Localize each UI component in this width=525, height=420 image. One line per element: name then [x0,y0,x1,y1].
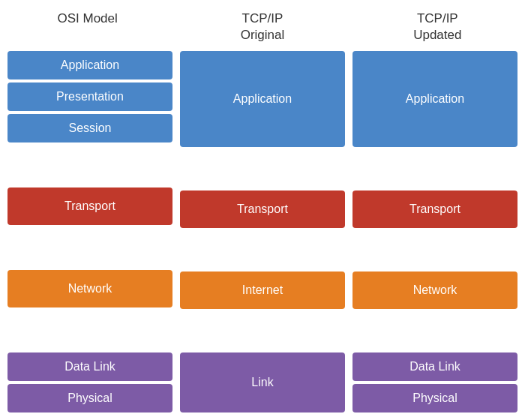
osi-app-group: Application Presentation Session [8,51,172,142]
tcpip-upd-physical-layer: Physical [352,384,518,412]
header-tcpip-original: TCP/IP Original [175,10,350,44]
tcpip-upd-link-group: Data Link Physical [352,352,518,412]
header-osi: OSI Model [0,10,175,44]
tcpip-updated-column: Application Transport Network Data Link … [352,51,518,412]
osi-link-group: Data Link Physical [8,352,172,412]
tcpip-orig-transport-layer: Transport [180,190,345,228]
tcpip-upd-datalink-layer: Data Link [352,352,518,381]
osi-session-layer: Session [8,114,172,142]
tcpip-original-column: Application Transport Internet Link [180,51,345,412]
columns: Application Presentation Session Transpo… [0,51,525,420]
osi-datalink-layer: Data Link [8,352,172,381]
osi-column: Application Presentation Session Transpo… [8,51,172,412]
osi-transport-layer: Transport [8,188,172,225]
osi-network-layer: Network [8,270,172,308]
tcpip-upd-application-layer: Application [352,51,518,147]
header-tcpip-updated: TCP/IP Updated [350,10,525,44]
tcpip-upd-transport-layer: Transport [352,190,518,228]
column-headers: OSI Model TCP/IP Original TCP/IP Updated [0,0,525,51]
tcpip-orig-link-layer: Link [180,352,345,412]
tcpip-orig-application-layer: Application [180,51,345,147]
osi-physical-layer: Physical [8,384,172,412]
tcpip-orig-internet-layer: Internet [180,272,345,309]
diagram-page: OSI Model TCP/IP Original TCP/IP Updated… [0,0,525,420]
osi-presentation-layer: Presentation [8,82,172,111]
tcpip-upd-network-layer: Network [352,272,518,309]
osi-application-layer: Application [8,51,172,80]
